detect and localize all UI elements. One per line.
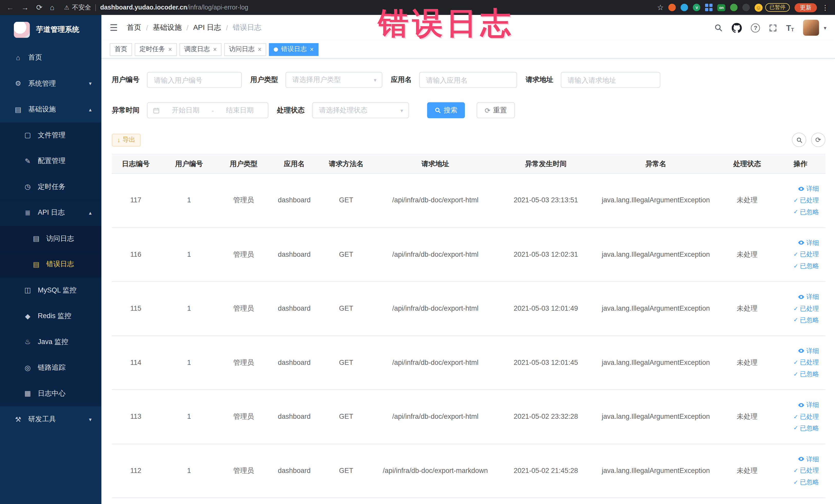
extension-icon-3[interactable]: V <box>693 4 700 11</box>
close-icon[interactable]: × <box>258 45 262 53</box>
tab-label: 首页 <box>115 45 127 54</box>
extension-icon-1[interactable] <box>669 4 676 11</box>
tab-scheduled-jobs[interactable]: 定时任务 × <box>135 43 177 56</box>
annotation-error-log: 错误日志 <box>378 3 514 44</box>
reset-button[interactable]: ⟳ 重置 <box>477 102 515 118</box>
avatar[interactable] <box>803 20 819 36</box>
sidebar-item-log-center[interactable]: ▦ 日志中心 <box>0 381 101 406</box>
detail-link[interactable]: 详细 <box>798 455 819 464</box>
close-icon[interactable]: × <box>213 45 217 53</box>
browser-home-icon[interactable]: ⌂ <box>50 3 55 12</box>
sidebar-item-access-log[interactable]: ▤ 访问日志 <box>0 226 101 251</box>
address-bar[interactable]: ⚠ 不安全 dashboard.yudao.iocoder.cn/infra/l… <box>64 3 248 12</box>
cell-exception-name: java.lang.IllegalArgumentException <box>594 444 718 497</box>
browser-update-button[interactable]: 更新 <box>794 3 817 12</box>
reset-button-label: 重置 <box>493 105 507 115</box>
sidebar-item-redis-monitor[interactable]: ◆ Redis 监控 <box>0 303 101 329</box>
sidebar-item-config-manage[interactable]: ✎ 配置管理 <box>0 148 101 174</box>
sidebar-item-label: MySQL 监控 <box>38 285 76 295</box>
extension-smiley-icon[interactable]: ☺ <box>755 3 762 11</box>
sidebar-item-java-monitor[interactable]: ♨ Java 监控 <box>0 329 101 355</box>
mark-ignored-link[interactable]: ✓已忽略 <box>793 370 819 379</box>
search-button[interactable]: 搜索 <box>427 102 465 118</box>
sidebar-item-tracing[interactable]: ◎ 链路追踪 <box>0 355 101 381</box>
github-icon[interactable] <box>732 23 742 33</box>
sidebar-item-dev-tools[interactable]: ⚒ 研发工具 ▾ <box>0 406 101 432</box>
extension-on-badge[interactable]: on <box>717 4 725 11</box>
mark-processed-link[interactable]: ✓已处理 <box>793 304 819 313</box>
cell-actions: 详细 ✓已处理 ✓已忽略 <box>776 336 824 389</box>
tab-home[interactable]: 首页 <box>109 43 132 56</box>
browser-back-icon[interactable]: ← <box>6 3 14 12</box>
mark-processed-link[interactable]: ✓已处理 <box>793 466 819 475</box>
sidebar-item-error-log[interactable]: ▤ 错误日志 <box>0 251 101 277</box>
fullscreen-icon[interactable] <box>769 24 777 32</box>
toggle-search-button[interactable] <box>792 133 806 147</box>
mark-ignored-link[interactable]: ✓已忽略 <box>793 262 819 270</box>
mark-processed-link[interactable]: ✓已处理 <box>793 250 819 259</box>
close-icon[interactable]: × <box>168 45 172 53</box>
mark-ignored-link[interactable]: ✓已忽略 <box>793 316 819 325</box>
mark-ignored-link[interactable]: ✓已忽略 <box>793 207 819 217</box>
sidebar-item-home[interactable]: ⌂ 首页 <box>0 45 101 70</box>
sidebar-item-api-log[interactable]: ≣ API 日志 ▴ <box>0 200 101 226</box>
process-status-select[interactable]: 请选择处理状态 ▾ <box>312 102 409 118</box>
eye-icon <box>798 294 805 300</box>
refresh-table-button[interactable]: ⟳ <box>811 133 826 147</box>
tab-error-log[interactable]: 错误日志 × <box>269 43 319 56</box>
mark-processed-link[interactable]: ✓已处理 <box>793 358 819 367</box>
breadcrumb-home[interactable]: 首页 <box>127 23 141 32</box>
breadcrumb-api-log[interactable]: API 日志 <box>193 23 221 32</box>
tab-access-log[interactable]: 访问日志 × <box>224 43 266 56</box>
user-type-select[interactable]: 请选择用户类型 ▾ <box>285 72 383 88</box>
sidebar-item-file-manage[interactable]: ▢ 文件管理 <box>0 122 101 148</box>
paused-badge[interactable]: 已暂停 <box>765 3 790 12</box>
browser-menu-icon[interactable]: ⋮ <box>822 3 829 11</box>
sidebar-item-scheduled-jobs[interactable]: ◷ 定时任务 <box>0 174 101 200</box>
sidebar-item-label: 研发工具 <box>28 415 56 424</box>
font-size-icon[interactable]: TT <box>786 23 794 32</box>
sidebar-item-system[interactable]: ⚙ 系统管理 ▾ <box>0 70 101 97</box>
search-icon[interactable] <box>714 23 723 32</box>
tab-schedule-log[interactable]: 调度日志 × <box>179 43 222 56</box>
detail-link[interactable]: 详细 <box>798 347 819 356</box>
extension-icon-5[interactable] <box>730 4 737 11</box>
detail-link[interactable]: 详细 <box>798 401 819 409</box>
avatar-caret-icon[interactable]: ▾ <box>824 25 826 31</box>
cell-exception-name: java.lang.IllegalArgumentException <box>594 228 718 281</box>
browser-forward-icon[interactable]: → <box>21 3 29 12</box>
close-icon[interactable]: × <box>310 45 314 53</box>
browser-reload-icon[interactable]: ⟳ <box>36 3 42 12</box>
request-url-input[interactable] <box>561 72 660 88</box>
mark-processed-link[interactable]: ✓已处理 <box>793 412 819 421</box>
access-log-icon: ▤ <box>32 235 40 242</box>
bookmark-star-icon[interactable]: ☆ <box>657 3 664 12</box>
export-button[interactable]: ↓ 导出 <box>112 134 141 146</box>
mark-processed-link[interactable]: ✓已处理 <box>793 196 819 205</box>
check-icon: ✓ <box>793 478 798 486</box>
hamburger-icon[interactable]: ☰ <box>109 22 118 33</box>
mark-ignored-link[interactable]: ✓已忽略 <box>793 478 819 487</box>
help-icon[interactable]: ? <box>751 23 760 32</box>
filter-label: 应用名 <box>391 75 412 85</box>
detail-link[interactable]: 详细 <box>798 184 819 193</box>
user-id-input[interactable] <box>147 72 242 88</box>
extension-grid-icon[interactable] <box>705 4 713 11</box>
security-label[interactable]: 不安全 <box>72 3 91 12</box>
detail-link[interactable]: 详细 <box>798 293 819 301</box>
extension-icon-6[interactable] <box>742 4 750 11</box>
detail-link[interactable]: 详细 <box>798 238 819 247</box>
filter-row-2: 异常时间 开始日期 - 结束日期 处理状态 请选择处理状态 ▾ <box>112 102 826 118</box>
sidebar-item-infra[interactable]: ▤ 基础设施 ▴ <box>0 97 101 122</box>
cell-status: 未处理 <box>718 282 776 335</box>
cell-request-url: /api/infra/db-doc/export-html <box>373 336 498 389</box>
edit-icon: ✎ <box>23 157 32 165</box>
app-name-input[interactable] <box>419 72 517 88</box>
check-icon: ✓ <box>793 208 798 216</box>
extension-icon-2[interactable] <box>681 4 688 11</box>
cell-user-type: 管理员 <box>219 336 269 389</box>
mark-ignored-link[interactable]: ✓已忽略 <box>793 424 819 433</box>
sidebar-item-mysql-monitor[interactable]: ◫ MySQL 监控 <box>0 277 101 303</box>
date-range-picker[interactable]: 开始日期 - 结束日期 <box>147 102 268 118</box>
breadcrumb-infra[interactable]: 基础设施 <box>153 23 182 32</box>
